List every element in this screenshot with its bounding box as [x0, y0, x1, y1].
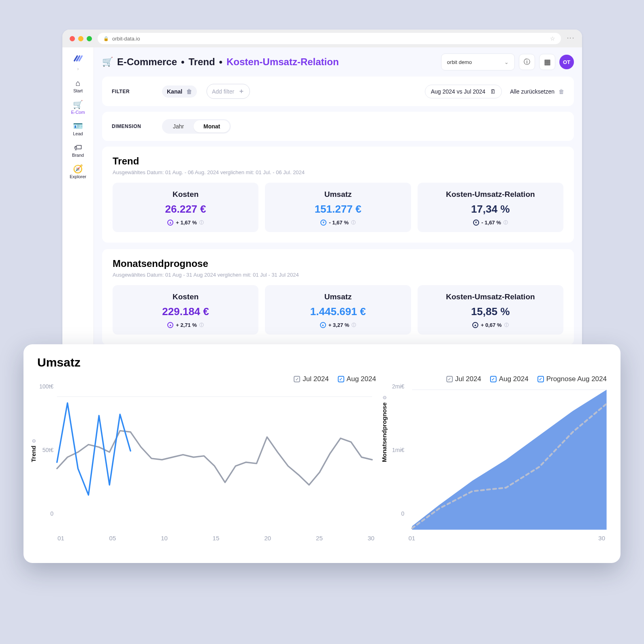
prognose-chart-svg: [388, 385, 607, 535]
tile-value: 229.184 €: [162, 305, 209, 318]
tile-delta: ▼ - 1,67 % ⓘ: [473, 220, 508, 226]
bookmark-star-icon[interactable]: ☆: [550, 35, 555, 42]
tile-trend-kosten[interactable]: Kosten 26.227 € ▲ + 1,67 % ⓘ: [113, 183, 258, 232]
breadcrumb-sep: •: [219, 56, 222, 68]
minimize-window-icon[interactable]: [78, 36, 83, 41]
maximize-window-icon[interactable]: [87, 36, 92, 41]
sidebar-expand-icon[interactable]: ›: [77, 66, 79, 72]
tile-value: 151.277 €: [315, 203, 362, 215]
delta-up-icon: ▲: [167, 220, 173, 226]
sidebar-item-lead[interactable]: 🪪 Lead: [66, 119, 90, 139]
delta-down-icon: ▼: [320, 220, 326, 226]
tile-value: 26.227 €: [165, 203, 206, 215]
prognose-card: Monatsendprognose Ausgewähltes Datum: 01…: [102, 249, 574, 345]
tile-title: Kosten-Umsatz-Relation: [446, 292, 535, 301]
x-axis-ticks: 0130: [388, 535, 607, 542]
window-controls: [70, 36, 92, 41]
delta-up-icon: ▲: [320, 322, 326, 328]
browser-chrome: 🔒 orbit-data.io ☆ ⋮: [62, 30, 582, 47]
legend-aug[interactable]: ✓Aug 2024: [490, 375, 529, 383]
dimension-label: DIMENSION: [112, 124, 152, 129]
tile-delta: ▼ - 1,67 % ⓘ: [320, 220, 355, 226]
info-icon[interactable]: ⓘ: [503, 220, 508, 226]
sidebar-item-start[interactable]: ⌂ Start: [66, 76, 90, 96]
calendar-icon: 🗓: [490, 88, 496, 95]
dimension-opt-monat[interactable]: Monat: [194, 120, 230, 132]
tile-prog-umsatz[interactable]: Umsatz 1.445.691 € ▲ + 3,27 % ⓘ: [265, 285, 411, 335]
info-icon[interactable]: ⓘ: [352, 322, 356, 328]
filter-chip-kanal[interactable]: Kanal 🗑: [162, 85, 197, 98]
url-bar[interactable]: 🔒 orbit-data.io ☆: [98, 33, 561, 44]
trend-title: Trend: [113, 156, 563, 167]
tile-prog-kosten[interactable]: Kosten 229.184 € ▲ + 2,71 % ⓘ: [113, 285, 258, 335]
trend-chart-svg: [37, 385, 376, 535]
filter-label: FILTER: [112, 89, 152, 94]
tile-title: Kosten-Umsatz-Relation: [446, 190, 535, 199]
legend-prognose[interactable]: ✓Prognose Aug 2024: [537, 375, 607, 383]
trash-icon[interactable]: 🗑: [186, 88, 192, 95]
browser-menu-icon[interactable]: ⋮: [566, 34, 575, 43]
y-axis-ticks: 2mi€ 1mi€ 0: [404, 383, 416, 517]
prognose-subtitle: Ausgewähltes Datum: 01 Aug - 31 Aug 2024…: [113, 272, 563, 278]
filter-chip-text: Kanal: [167, 88, 182, 95]
workspace-select[interactable]: orbit demo ⌄: [441, 53, 515, 70]
apps-grid-button[interactable]: ▦: [539, 54, 555, 70]
breadcrumb-seg-1[interactable]: E-Commerce: [117, 56, 177, 68]
app-logo[interactable]: [73, 52, 84, 64]
dimension-toggle: Jahr Monat: [162, 119, 231, 134]
breadcrumb: 🛒 E-Commerce • Trend • Kosten-Umsatz-Rel…: [102, 56, 339, 68]
chart-prognose-legend: ✓Jul 2024 ✓Aug 2024 ✓Prognose Aug 2024: [388, 375, 607, 383]
topbar: 🛒 E-Commerce • Trend • Kosten-Umsatz-Rel…: [102, 47, 574, 77]
tile-trend-umsatz[interactable]: Umsatz 151.277 € ▼ - 1,67 % ⓘ: [265, 183, 411, 232]
dimension-panel: DIMENSION Jahr Monat: [102, 112, 574, 141]
prognose-title: Monatsendprognose: [113, 258, 563, 269]
checkbox-icon: ✓: [294, 376, 300, 382]
sidebar-item-explorer[interactable]: 🧭 Explorer: [66, 162, 90, 182]
gear-icon[interactable]: ⚙: [31, 439, 37, 443]
reset-filters-button[interactable]: Alle zurücksetzen 🗑: [510, 88, 564, 95]
date-range-picker[interactable]: Aug 2024 vs Jul 2024 🗓: [425, 85, 502, 98]
legend-jul[interactable]: ✓Jul 2024: [446, 375, 481, 383]
chevron-down-icon: ⌄: [504, 59, 509, 65]
gear-icon[interactable]: ⚙: [382, 395, 388, 400]
tile-delta: ▲ + 2,71 % ⓘ: [167, 322, 204, 328]
close-window-icon[interactable]: [70, 36, 75, 41]
tile-value: 15,85 %: [471, 305, 510, 318]
info-icon[interactable]: ⓘ: [199, 220, 204, 226]
breadcrumb-seg-2[interactable]: Trend: [188, 56, 215, 68]
reset-text: Alle zurücksetzen: [510, 88, 554, 95]
sidebar-item-ecom[interactable]: 🛒 E-Com: [66, 97, 90, 118]
add-filter-button[interactable]: Add filter ＋: [207, 84, 250, 99]
home-icon: ⌂: [75, 79, 80, 87]
axis-label-prognose: Monatsendprognose⚙: [381, 395, 388, 462]
avatar[interactable]: OT: [559, 55, 574, 69]
x-axis-ticks: 01051015202530: [37, 535, 376, 542]
info-button[interactable]: ⓘ: [519, 54, 535, 70]
tile-trend-ratio[interactable]: Kosten-Umsatz-Relation 17,34 % ▼ - 1,67 …: [418, 183, 563, 232]
url-text: orbit-data.io: [112, 36, 140, 42]
info-icon: ⓘ: [524, 58, 530, 66]
tile-value: 17,34 %: [471, 203, 510, 215]
checkbox-icon: ✓: [446, 376, 453, 382]
legend-aug[interactable]: ✓Aug 2024: [338, 375, 376, 383]
tile-value: 1.445.691 €: [310, 305, 366, 318]
tile-prog-ratio[interactable]: Kosten-Umsatz-Relation 15,85 % ▲ + 0,67 …: [418, 285, 563, 335]
chart-trend-legend: ✓Jul 2024 ✓Aug 2024: [37, 375, 376, 383]
sidebar-item-label: Explorer: [70, 174, 86, 179]
date-range-text: Aug 2024 vs Jul 2024: [431, 88, 486, 95]
dimension-opt-jahr[interactable]: Jahr: [163, 120, 194, 132]
sidebar-item-label: Start: [73, 88, 83, 93]
info-icon[interactable]: ⓘ: [351, 220, 356, 226]
info-icon[interactable]: ⓘ: [199, 322, 204, 328]
info-icon[interactable]: ⓘ: [504, 322, 509, 328]
sidebar-item-brand[interactable]: 🏷 Brand: [66, 140, 90, 161]
compass-icon: 🧭: [73, 165, 83, 173]
legend-jul[interactable]: ✓Jul 2024: [294, 375, 328, 383]
breadcrumb-seg-3[interactable]: Kosten-Umsatz-Relation: [226, 56, 339, 68]
tag-icon: 🏷: [74, 143, 82, 151]
sidebar-item-label: Lead: [73, 131, 83, 136]
avatar-initials: OT: [563, 59, 570, 65]
chart-panel-umsatz: Umsatz ✓Jul 2024 ✓Aug 2024 Trend⚙ 100t€ …: [23, 344, 621, 563]
idcard-icon: 🪪: [73, 122, 83, 130]
workspace-select-value: orbit demo: [447, 59, 472, 65]
